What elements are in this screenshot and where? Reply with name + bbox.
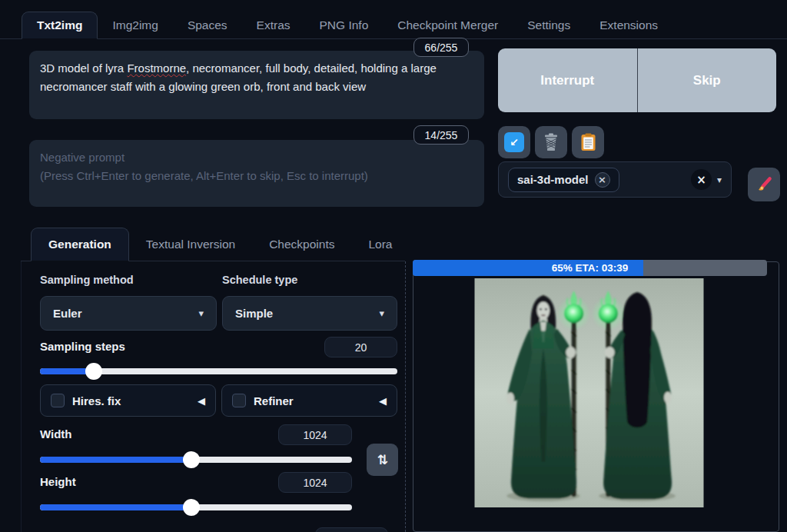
tab-extensions[interactable]: Extensions (585, 12, 672, 38)
prompt-text-misspelled: Frostmorne (127, 62, 186, 75)
tab-generation[interactable]: Generation (31, 228, 129, 261)
paste-arrow-icon: ↙ (504, 132, 524, 152)
chevron-down-icon: ▾ (198, 308, 204, 319)
negative-prompt-textarea[interactable] (29, 140, 484, 207)
progress-label: 65% ETA: 03:39 (413, 260, 767, 276)
necromancer-preview-art (474, 278, 704, 507)
slider-fill (40, 368, 94, 374)
styles-dropdown[interactable]: sai-3d-model × × ▾ (498, 161, 732, 198)
clear-styles-icon[interactable]: × (691, 169, 712, 190)
prompt-tool-buttons: ↙ (498, 126, 604, 158)
chevron-down-icon[interactable]: ▾ (717, 175, 722, 185)
schedule-type-select[interactable]: Simple ▾ (222, 296, 397, 331)
paintbrush-icon (755, 175, 773, 194)
swap-dimensions-button[interactable]: ⇅ (367, 444, 398, 476)
styles-dropdown-controls: × ▾ (691, 169, 722, 190)
apply-styles-button[interactable] (572, 126, 604, 158)
prompt-text: 3D model of lyra (40, 62, 127, 75)
main-tab-bar: Txt2img Img2img Spaces Extras PNG Info C… (0, 12, 787, 39)
generation-tab-bar: Generation Textual Inversion Checkpoints… (21, 226, 405, 261)
stable-diffusion-webui: Txt2img Img2img Spaces Extras PNG Info C… (0, 0, 787, 532)
generate-action-group: Interrupt Skip (498, 48, 776, 112)
tab-txt2img[interactable]: Txt2img (22, 12, 98, 39)
edit-styles-button[interactable] (748, 168, 780, 201)
tab-settings[interactable]: Settings (513, 12, 585, 38)
tab-png-info[interactable]: PNG Info (305, 12, 384, 38)
sampling-steps-slider[interactable] (40, 368, 397, 374)
next-parameter-input[interactable] (315, 527, 388, 532)
schedule-type-label: Schedule type (222, 274, 297, 286)
width-label: Width (40, 427, 72, 441)
hires-fix-checkbox[interactable] (51, 394, 65, 407)
sampling-method-select[interactable]: Euler ▾ (40, 296, 217, 331)
tab-textual-inversion[interactable]: Textual Inversion (129, 228, 252, 261)
paste-parameters-button[interactable]: ↙ (498, 126, 530, 158)
interrupt-button[interactable]: Interrupt (498, 48, 637, 112)
sampling-steps-input[interactable] (324, 337, 397, 357)
slider-handle[interactable] (183, 499, 200, 516)
height-input[interactable] (278, 472, 352, 493)
slider-fill (40, 504, 191, 510)
tab-img2img[interactable]: Img2img (98, 12, 172, 38)
accordion-collapse-icon[interactable]: ◀ (198, 395, 205, 407)
hires-fix-accordion[interactable]: Hires. fix ◀ (40, 384, 216, 417)
style-chip-label: sai-3d-model (517, 173, 589, 186)
style-chip[interactable]: sai-3d-model × (508, 168, 619, 192)
tab-spaces[interactable]: Spaces (173, 12, 242, 38)
slider-handle[interactable] (183, 451, 200, 468)
sampling-method-value: Euler (53, 307, 82, 320)
tab-checkpoint-merger[interactable]: Checkpoint Merger (383, 12, 513, 38)
refiner-accordion[interactable]: Refiner ◀ (221, 384, 397, 417)
refiner-checkbox[interactable] (232, 394, 246, 407)
clear-prompt-button[interactable] (535, 126, 567, 158)
preview-image[interactable] (474, 278, 704, 507)
width-input[interactable] (278, 424, 352, 445)
clipboard-icon (580, 133, 596, 151)
refiner-label: Refiner (254, 394, 294, 407)
tab-lora[interactable]: Lora (351, 228, 409, 261)
trash-icon (543, 133, 560, 151)
width-slider[interactable] (40, 457, 352, 463)
remove-style-icon[interactable]: × (595, 172, 610, 188)
skip-button[interactable]: Skip (637, 48, 777, 112)
sampling-method-label: Sampling method (40, 274, 134, 286)
prompt-textarea[interactable]: 3D model of lyra Frostmorne, necromancer… (29, 51, 484, 119)
height-label: Height (40, 475, 76, 488)
height-slider[interactable] (40, 504, 352, 510)
generation-progress-bar: 65% ETA: 03:39 (413, 260, 767, 276)
prompt-token-counter: 66/255 (413, 38, 469, 57)
chevron-down-icon: ▾ (379, 308, 384, 319)
negative-prompt-token-counter: 14/255 (413, 125, 469, 145)
sampling-steps-label: Sampling steps (40, 340, 125, 353)
slider-handle[interactable] (85, 363, 102, 380)
accordion-collapse-icon[interactable]: ◀ (379, 395, 387, 407)
slider-fill (40, 457, 191, 463)
hires-fix-label: Hires. fix (72, 394, 121, 407)
schedule-type-value: Simple (235, 307, 273, 320)
tab-checkpoints[interactable]: Checkpoints (252, 228, 351, 261)
tab-extras[interactable]: Extras (242, 12, 305, 38)
